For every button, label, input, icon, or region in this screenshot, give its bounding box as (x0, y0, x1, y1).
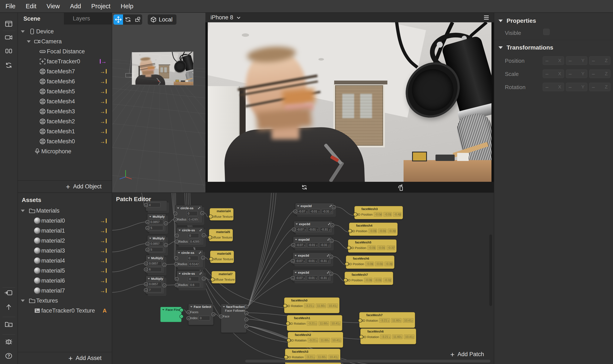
expand-arrow[interactable] (27, 40, 31, 43)
value-field-z[interactable]: -0.31Z (319, 259, 330, 263)
move-tool-button[interactable] (113, 14, 123, 25)
value-field[interactable]: 4 (148, 203, 161, 207)
input-port[interactable]: → (144, 282, 148, 286)
rotate-device-icon[interactable] (396, 183, 405, 191)
tree-item-microphone[interactable]: Microphone (18, 146, 112, 156)
input-port[interactable]: → (145, 248, 150, 252)
input-port[interactable]: → (144, 203, 148, 207)
patch-node-expo3d-1[interactable]: expo3d-0.07X-0.01Y-0.31Z→→ (295, 203, 334, 215)
value-field-x[interactable]: -0.04X (374, 212, 382, 217)
input-port[interactable]: → (209, 215, 213, 219)
patch-node-multiply-4[interactable]: Multiply0.0857→7→→ (146, 276, 164, 294)
output-port[interactable]: → (244, 311, 248, 315)
patch-node-faceMesh4-pos[interactable]: faceMesh43D Position-0.05X-0.01Y-0.39Z→ (349, 223, 398, 236)
patch-node-material4-patch[interactable]: material4Diffuse Texture→ (210, 208, 233, 221)
value-field-x[interactable]: -0.05X (367, 245, 376, 250)
output-port[interactable]: → (332, 205, 336, 209)
value-field-x[interactable]: -3.21X (308, 338, 318, 342)
rotation-x-field[interactable]: –X (543, 83, 564, 91)
value-field-y[interactable]: -0.01Y (307, 243, 318, 247)
tree-item-facemesh5[interactable]: faceMesh5→ (18, 86, 112, 96)
expand-icon[interactable] (199, 251, 201, 255)
test-bug-icon[interactable] (4, 337, 14, 346)
tree-item-facemesh1[interactable]: faceMesh1→ (18, 126, 112, 136)
input-port[interactable]: → (210, 277, 215, 282)
value-field-x[interactable]: -0.07X (295, 259, 306, 263)
viewport-3d[interactable]: Local (112, 13, 205, 192)
value-field-y[interactable]: -0.01Y (377, 245, 385, 250)
value-field-x[interactable]: -3.21X (307, 321, 317, 326)
menu-help[interactable]: Help (121, 3, 134, 10)
patch-node-faceMesh6-pos[interactable]: faceMesh63D Position-0.06X-0.01Y-0.35Z→ (346, 256, 395, 269)
tab-layers[interactable]: Layers (64, 13, 112, 25)
tree-item-material1[interactable]: material1→ (18, 226, 112, 235)
input-port[interactable]: → (145, 242, 150, 246)
value-field[interactable]: 0 (187, 211, 198, 216)
input-port[interactable]: → (175, 277, 179, 281)
tree-item-facemesh0[interactable]: faceMesh0→ (18, 136, 112, 146)
scale-z-field[interactable]: –Z (589, 69, 611, 78)
value-field-z[interactable]: -0.31Z (321, 209, 332, 214)
value-field-z[interactable]: -0.31Z (319, 243, 330, 247)
value-field-x[interactable]: -0.06X (364, 278, 372, 282)
output-port[interactable]: → (164, 243, 168, 247)
input-port[interactable]: → (144, 261, 148, 266)
input-port[interactable]: → (145, 226, 150, 230)
input-port[interactable]: → (173, 218, 177, 221)
tree-item-device[interactable]: Device (18, 26, 112, 36)
value-field[interactable]: 5 (149, 226, 163, 230)
output-port[interactable]: → (163, 283, 166, 287)
visible-checkbox[interactable] (543, 29, 550, 35)
input-port[interactable]: → (144, 267, 148, 272)
value-field-z[interactable]: 10.41Z (328, 355, 339, 359)
input-port[interactable]: → (174, 262, 178, 266)
output-port[interactable]: → (330, 239, 334, 243)
properties-section-header[interactable]: Properties (499, 17, 536, 24)
value-field-y[interactable]: -0.01Y (374, 278, 382, 282)
value-field-z[interactable]: 10.41Z (403, 318, 414, 323)
value-field[interactable]: 0.4285 (189, 239, 200, 244)
menu-add[interactable]: Add (70, 3, 81, 10)
value-field-x[interactable]: -0.05X (368, 229, 377, 233)
output-port[interactable]: → (179, 314, 183, 318)
input-port[interactable]: → (348, 229, 352, 233)
expand-icon[interactable] (327, 254, 329, 258)
expand-icon[interactable] (198, 207, 201, 210)
value-field-x[interactable]: -0.07X (297, 209, 308, 214)
output-port[interactable]: → (211, 312, 215, 316)
value-field-x[interactable]: -0.06X (365, 261, 374, 266)
value-field[interactable]: 0 (188, 277, 199, 281)
patch-node-faceMesh7-pos[interactable]: faceMesh73D Position-0.06X-0.01Y-0.32Z→ (345, 272, 393, 285)
output-port[interactable]: → (164, 221, 168, 225)
value-field-x[interactable]: -0.07X (296, 227, 307, 232)
value-field-y[interactable]: -0.01Y (308, 227, 319, 232)
input-port[interactable]: → (345, 262, 349, 266)
device-selector[interactable]: iPhone 8 (210, 14, 241, 21)
patch-node-material7-patch[interactable]: material7Diffuse Texture→ (212, 271, 235, 283)
position-y-field[interactable]: –Y (566, 56, 587, 65)
menu-project[interactable]: Project (91, 3, 110, 10)
output-port[interactable]: → (330, 223, 334, 227)
tree-item-facemesh4[interactable]: faceMesh4→ (18, 96, 112, 106)
value-field[interactable]: 0 (199, 316, 210, 320)
input-port[interactable]: → (291, 276, 295, 280)
value-field-z[interactable]: -0.40Z (393, 212, 401, 217)
expand-icon[interactable] (199, 272, 202, 275)
tree-item-facemesh7[interactable]: faceMesh7→ (18, 66, 112, 76)
value-field-y[interactable]: -0.01Y (375, 261, 383, 266)
menu-file[interactable]: File (6, 3, 15, 10)
patch-node-faceMesh3-pos[interactable]: faceMesh33D Position-0.04X-0.01Y-0.40Z→ (354, 206, 403, 219)
value-field[interactable]: 0 (188, 233, 199, 238)
patch-node-circle-ss-3[interactable]: circle-ss0→Radius0.5142→→ (176, 250, 203, 268)
patch-node-circle-ss-1[interactable]: circle-ss0→Radius0.4285→→ (175, 205, 203, 223)
output-port[interactable]: → (244, 324, 248, 328)
value-field-z[interactable]: 10.41Z (330, 321, 341, 326)
input-port[interactable]: → (187, 310, 191, 314)
input-port[interactable]: → (175, 234, 179, 238)
input-port[interactable]: → (175, 240, 179, 244)
output-port[interactable]: → (244, 317, 248, 322)
output-port[interactable]: → (201, 256, 205, 260)
value-field-x[interactable]: -3.21X (380, 335, 391, 339)
tree-item-facemesh3[interactable]: faceMesh3→ (18, 106, 112, 116)
input-port[interactable]: → (292, 228, 296, 232)
